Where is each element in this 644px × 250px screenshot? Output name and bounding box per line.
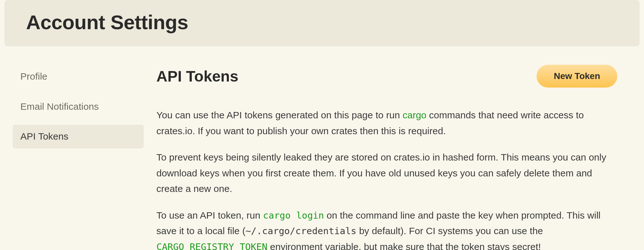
sidebar-item-email-notifications[interactable]: Email Notifications bbox=[13, 95, 144, 119]
section-title: API Tokens bbox=[156, 68, 238, 85]
paragraph-2: To prevent keys being silently leaked th… bbox=[156, 149, 617, 197]
paragraph-3: To use an API token, run cargo login on … bbox=[156, 207, 617, 250]
text: To use an API token, run bbox=[156, 210, 263, 220]
code-credentials-path: ~/.cargo/credentials bbox=[245, 226, 356, 236]
page-title: Account Settings bbox=[26, 11, 618, 34]
text: You can use the API tokens generated on … bbox=[156, 110, 402, 120]
code-env-var: CARGO_REGISTRY_TOKEN bbox=[156, 241, 267, 250]
new-token-button[interactable]: New Token bbox=[537, 65, 617, 88]
text: environment variable, but make sure that… bbox=[267, 241, 541, 250]
main-content: API Tokens New Token You can use the API… bbox=[156, 65, 640, 250]
settings-sidebar: Profile Email Notifications API Tokens bbox=[13, 65, 144, 250]
description: You can use the API tokens generated on … bbox=[156, 107, 617, 250]
cargo-link[interactable]: cargo bbox=[402, 110, 426, 120]
sidebar-item-api-tokens[interactable]: API Tokens bbox=[13, 125, 144, 148]
code-cargo-login: cargo login bbox=[263, 210, 324, 221]
paragraph-1: You can use the API tokens generated on … bbox=[156, 107, 617, 139]
page-header: Account Settings bbox=[4, 0, 640, 46]
text: by default). For CI systems you can use … bbox=[356, 226, 543, 236]
sidebar-item-profile[interactable]: Profile bbox=[13, 65, 144, 89]
